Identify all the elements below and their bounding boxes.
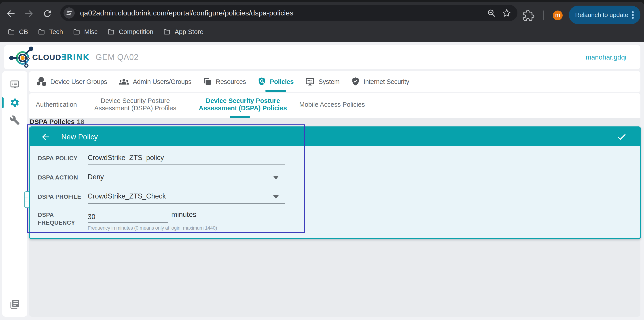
avatar[interactable]: m — [553, 11, 562, 20]
dropdown-caret-icon[interactable] — [273, 195, 278, 199]
subnav-authentication[interactable]: Authentication — [36, 93, 77, 118]
panel-body: DSPA POLICY CrowdStrike_ZTS_policy DSPA … — [30, 146, 640, 239]
app-header: CLOUDƎRINK GEM QA02 manohar.gdqi — [4, 45, 640, 69]
subnav-label-line1: Device Security Posture — [100, 97, 170, 105]
bookmark-folder-competition[interactable]: Competition — [107, 28, 154, 36]
browser-toolbar: qa02admin.cloudbrink.com/eportal/configu… — [0, 2, 644, 25]
sidebar-item-configure[interactable] — [2, 98, 27, 108]
bookmark-folder-app-store[interactable]: App Store — [163, 28, 204, 36]
nav-resources[interactable]: Resources — [203, 71, 246, 92]
panel-save-button[interactable] — [617, 127, 626, 146]
profile-button[interactable]: m — [553, 4, 562, 27]
folder-icon — [107, 28, 115, 36]
reload-button[interactable] — [38, 2, 57, 25]
list-title-count: 18 — [77, 118, 84, 126]
zoom-button[interactable] — [486, 5, 496, 21]
brand-brink-text: ƎRINK — [61, 53, 89, 62]
nav-items-row: Device User Groups Admin Users/Groups — [37, 71, 421, 92]
field-label-line2: FREQUENCY — [38, 219, 75, 227]
bookmark-label: Misc — [84, 28, 98, 36]
nav-active-underline — [266, 90, 286, 92]
nav-internet-security[interactable]: Internet Security — [351, 71, 409, 92]
subnav-label: Authentication — [36, 101, 77, 108]
gear-icon — [10, 98, 20, 108]
nav-system[interactable]: System — [305, 71, 340, 92]
field-underline-short — [88, 222, 168, 223]
field-label-dspa-action: DSPA ACTION — [38, 174, 78, 181]
nav-admin-users-groups[interactable]: Admin Users/Groups — [119, 71, 192, 92]
panel-header: New Policy — [30, 127, 640, 146]
brand-cloud-text: CLOUD — [32, 53, 61, 62]
environment-name: GEM QA02 — [96, 45, 139, 69]
field-label-dspa-profile: DSPA PROFILE — [38, 193, 81, 201]
nav-device-user-groups[interactable]: Device User Groups — [37, 71, 107, 92]
panel-resize-handle[interactable] — [24, 191, 28, 208]
field-unit-minutes: minutes — [171, 210, 196, 219]
panel-title: New Policy — [61, 127, 98, 146]
reload-icon — [42, 9, 52, 19]
bookmark-folder-cb[interactable]: CB — [8, 28, 28, 36]
panel-back-button[interactable] — [39, 127, 52, 146]
nav-label: System — [318, 78, 340, 86]
list-title-text: DSPA Policies — [30, 118, 75, 126]
new-policy-panel: New Policy DSPA POLICY CrowdStrike_ZTS_p… — [29, 126, 641, 239]
secondary-nav: Authentication Device Security Posture A… — [29, 93, 640, 118]
forward-button[interactable] — [19, 2, 39, 25]
field-value-dspa-frequency[interactable]: 30 — [88, 213, 95, 221]
relaunch-label: Relaunch to update — [575, 12, 628, 19]
subnav-label-line1: Device Security Posture — [206, 97, 280, 105]
subnav-label: Mobile Access Policies — [299, 101, 365, 108]
screen: qa02admin.cloudbrink.com/eportal/configu… — [0, 0, 644, 320]
library-books-icon — [10, 299, 20, 309]
subnav-active-underline — [230, 116, 250, 118]
field-label-line1: DSPA — [38, 211, 75, 219]
bookmark-folder-tech[interactable]: Tech — [38, 28, 63, 36]
grip-line — [25, 201, 28, 201]
shield-check-icon — [351, 77, 360, 86]
brand-wordmark: CLOUDƎRINK — [32, 45, 89, 69]
sidebar — [2, 71, 27, 317]
site-settings-chip[interactable] — [64, 8, 75, 19]
page-body: CLOUDƎRINK GEM QA02 manohar.gdqi — [0, 42, 644, 320]
bookmark-label: App Store — [175, 28, 204, 36]
nav-label: Policies — [270, 78, 294, 86]
toolbar-divider — [544, 4, 544, 27]
folder-icon — [73, 28, 80, 36]
nav-label: Admin Users/Groups — [133, 78, 192, 86]
relaunch-update-button[interactable]: Relaunch to update — [569, 6, 640, 24]
field-label-dspa-frequency: DSPA FREQUENCY — [38, 211, 75, 227]
grip-line — [25, 198, 28, 198]
nav-policies[interactable]: Policies — [258, 71, 294, 92]
subnav-mobile-access-policies[interactable]: Mobile Access Policies — [299, 93, 365, 118]
field-value-dspa-profile[interactable]: CrowdStrike_ZTS_Check — [88, 192, 166, 200]
menu-kebab-icon[interactable] — [630, 10, 635, 20]
stacked-squares-icon — [203, 77, 212, 86]
field-value-dspa-action[interactable]: Deny — [88, 173, 104, 181]
back-icon — [6, 9, 16, 19]
sidebar-item-tools[interactable] — [2, 115, 27, 125]
sidebar-item-dashboard[interactable] — [2, 79, 27, 90]
field-underline — [88, 184, 285, 184]
nav-label: Resources — [216, 78, 246, 86]
bookmark-button[interactable] — [502, 5, 512, 21]
divider-line — [544, 11, 544, 20]
field-value-dspa-policy[interactable]: CrowdStrike_ZTS_policy — [88, 154, 164, 162]
extensions-button[interactable] — [523, 4, 534, 27]
forward-icon — [24, 9, 34, 19]
bookmark-label: CB — [19, 28, 28, 36]
monitor-list-icon — [10, 79, 20, 90]
url-bar[interactable]: qa02admin.cloudbrink.com/eportal/configu… — [60, 5, 518, 21]
star-icon — [502, 8, 512, 18]
bookmark-folder-misc[interactable]: Misc — [73, 28, 98, 36]
sidebar-item-logs[interactable] — [2, 299, 27, 309]
nav-label: Device User Groups — [50, 78, 107, 86]
subnav-dspa-policies[interactable]: Device Security Posture Assessment (DSPA… — [198, 93, 288, 118]
back-button[interactable] — [1, 2, 20, 25]
dropdown-caret-icon[interactable] — [273, 176, 278, 179]
subnav-dspa-profiles[interactable]: Device Security Posture Assessment (DSPA… — [95, 93, 176, 118]
field-label-dspa-policy: DSPA POLICY — [38, 154, 78, 162]
folder-icon — [8, 28, 15, 36]
account-username[interactable]: manohar.gdqi — [586, 45, 626, 69]
url-text[interactable]: qa02admin.cloudbrink.com/eportal/configu… — [80, 5, 294, 21]
primary-nav: Device User Groups Admin Users/Groups — [29, 71, 640, 92]
